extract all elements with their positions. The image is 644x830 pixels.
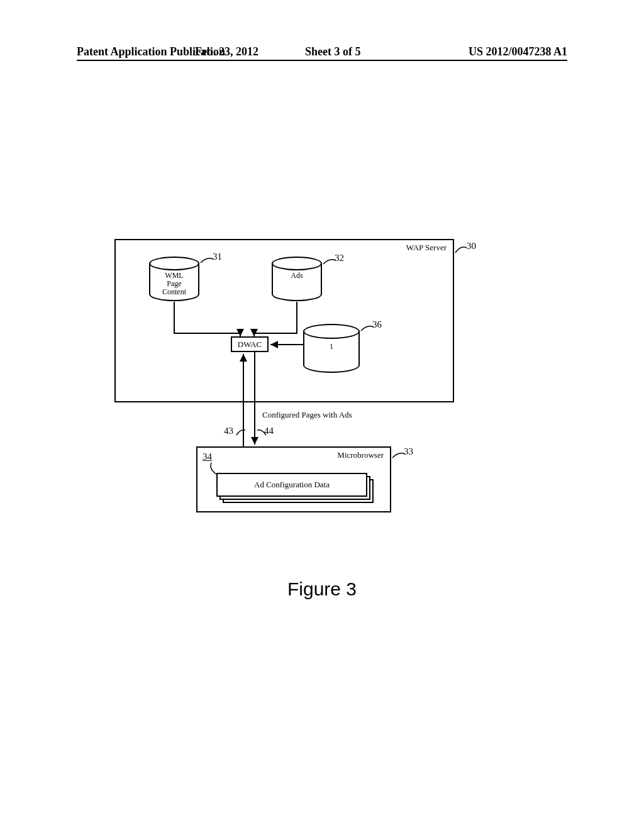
lead-30 xyxy=(454,245,469,257)
microbrowser-box: Microbrowser Ad Configuration Data xyxy=(196,446,391,512)
lead-44 xyxy=(256,429,269,440)
publication-date: Feb. 23, 2012 xyxy=(195,45,258,58)
sheet-number: Sheet 3 of 5 xyxy=(305,45,361,58)
lead-34 xyxy=(209,462,221,479)
lead-36 xyxy=(360,324,376,336)
dwac-label: DWAC xyxy=(238,340,262,349)
ad-config-data-stack: Ad Configuration Data xyxy=(216,473,374,501)
ref-43: 43 xyxy=(224,426,233,436)
arrow-rules-to-dwac xyxy=(269,340,306,355)
response-message-label: Configured Pages with Ads xyxy=(262,410,352,420)
figure-diagram: WAP Server WML Page Content Ads 1 DWAC xyxy=(114,239,454,534)
ref-34: 34 xyxy=(203,451,212,462)
database-ads-label: Ads xyxy=(272,272,322,280)
database-wml-label: WML Page Content xyxy=(149,272,199,297)
lead-33 xyxy=(391,451,408,463)
wap-server-label: WAP Server xyxy=(406,243,447,253)
figure-caption: Figure 3 xyxy=(0,578,644,600)
ad-config-data-label: Ad Configuration Data xyxy=(216,473,367,497)
database-wml-content: WML Page Content xyxy=(149,257,199,302)
database-rules: 1 xyxy=(303,324,360,374)
database-rules-label: 1 xyxy=(303,343,360,351)
lead-31 xyxy=(199,257,216,268)
page-header: Patent Application Publication Feb. 23, … xyxy=(0,45,644,61)
database-ads: Ads xyxy=(272,257,322,302)
lead-43 xyxy=(235,429,248,440)
microbrowser-label: Microbrowser xyxy=(337,450,384,460)
publication-number: US 2012/0047238 A1 xyxy=(469,45,567,58)
dwac-box: DWAC xyxy=(231,336,269,352)
lead-32 xyxy=(322,258,338,269)
